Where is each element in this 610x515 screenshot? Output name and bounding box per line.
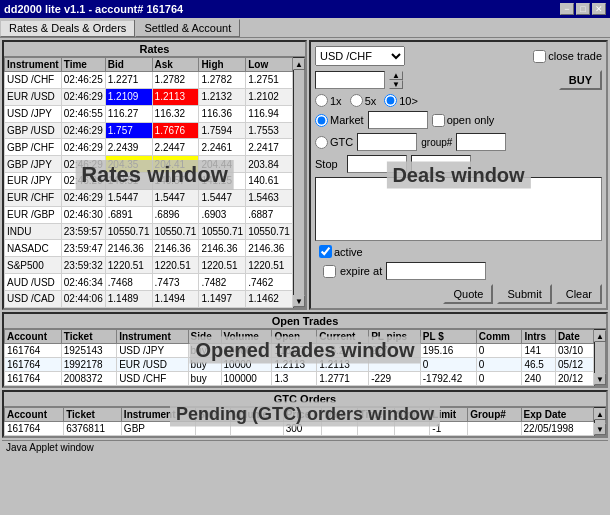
gtc-scroll-down[interactable]: ▼ — [594, 423, 606, 435]
gtc-col-date: Date — [322, 408, 357, 422]
mult-1x-label[interactable]: 1x — [315, 94, 342, 107]
trades-scroll-down[interactable]: ▼ — [594, 373, 606, 385]
active-check: active — [319, 245, 363, 258]
tab-settled[interactable]: Settled & Account — [135, 19, 240, 37]
col-instrument: Instrument — [5, 58, 62, 72]
gtc-scroll-up[interactable]: ▲ — [594, 408, 606, 420]
stop-input-2[interactable] — [411, 155, 471, 173]
trade-row[interactable]: 1617642008372USD /CHFbuy1000001.31.2771-… — [5, 372, 594, 386]
col-bid: Bid — [105, 58, 152, 72]
instrument-row: USD /CHF EUR /USD USD /JPY GBP /USD clos… — [315, 46, 602, 66]
trade-row[interactable]: 1617641992178EUR /USDbuy100001.21131.211… — [5, 358, 594, 372]
spin-down[interactable]: ▼ — [389, 80, 403, 89]
rates-row[interactable]: GBP /USD02:46:291.7571.76761.75941.7553 — [5, 122, 293, 139]
mult-10x-radio[interactable] — [384, 94, 397, 107]
ot-col-volume: Volume — [221, 330, 272, 344]
col-time: Time — [61, 58, 105, 72]
gtc-col-expdate: Exp Date — [521, 408, 593, 422]
deals-scrollarea — [315, 177, 602, 241]
multiplier-row: 1x 5x 10> — [315, 94, 602, 107]
clear-button[interactable]: Clear — [556, 284, 602, 304]
spin-up[interactable]: ▲ — [389, 71, 403, 80]
rates-row[interactable]: GBP /JPY02:46:29204.35204.41204.44203.84 — [5, 156, 293, 173]
expire-row: expire at — [319, 262, 602, 280]
gtc-col-stop: Stop — [394, 408, 430, 422]
stop-input-1[interactable] — [347, 155, 407, 173]
submit-button[interactable]: Submit — [497, 284, 551, 304]
gtc-col-limit: Limit — [430, 408, 468, 422]
ot-col-current: Current — [317, 330, 369, 344]
trade-row[interactable]: 1617641925143USD /JPYbuy10000116.27116.2… — [5, 344, 594, 358]
rates-row[interactable]: EUR /CHF02:46:291.54471.54471.54471.5463 — [5, 189, 293, 206]
scroll-up[interactable]: ▲ — [293, 58, 305, 70]
mult-1x-radio[interactable] — [315, 94, 328, 107]
expire-input[interactable] — [386, 262, 486, 280]
trades-scrollbar[interactable]: ▲ ▼ — [594, 329, 606, 386]
rates-row[interactable]: USD /JPY02:46:55116.27116.32116.36116.94 — [5, 105, 293, 122]
maximize-button[interactable]: □ — [576, 3, 590, 15]
open-only-check: open only — [432, 114, 495, 127]
limit-input[interactable]: 1.2775 — [357, 133, 417, 151]
close-trade-checkbox[interactable] — [533, 50, 546, 63]
rates-row[interactable]: AUD /USD02:46:34.7468.7473.7482.7462 — [5, 274, 293, 291]
stop-label: Stop — [315, 158, 343, 170]
amount-input[interactable]: 10000 — [315, 71, 385, 89]
rates-row[interactable]: S&P50023:59:321220.511220.511220.511220.… — [5, 257, 293, 274]
instrument-select[interactable]: USD /CHF EUR /USD USD /JPY GBP /USD — [315, 46, 405, 66]
close-button[interactable]: ✕ — [592, 3, 606, 15]
gtc-radio[interactable] — [315, 136, 328, 149]
minimize-button[interactable]: − — [560, 3, 574, 15]
scroll-down[interactable]: ▼ — [293, 295, 305, 307]
gtc-col-price: Price — [283, 408, 322, 422]
gtc-panel: GTC Orders Account Ticket Instrument Sid… — [2, 390, 608, 438]
rates-row[interactable]: INDU23:59:5710550.7110550.7110550.711055… — [5, 223, 293, 240]
group-input[interactable] — [456, 133, 506, 151]
mult-10x-label[interactable]: 10> — [384, 94, 418, 107]
quote-button[interactable]: Quote — [443, 284, 493, 304]
mult-5x-radio[interactable] — [350, 94, 363, 107]
ot-col-instrument: Instrument — [117, 330, 188, 344]
close-trade-check: close trade — [533, 50, 602, 63]
rates-scrollbar[interactable]: ▲ ▼ — [293, 57, 305, 308]
rates-table: Instrument Time Bid Ask High Low USD /CH… — [4, 57, 293, 308]
rates-row[interactable]: NASADC23:59:472146.362146.362146.362146.… — [5, 240, 293, 257]
ot-col-comm: Comm — [476, 330, 522, 344]
open-only-checkbox[interactable] — [432, 114, 445, 127]
tab-rates-deals[interactable]: Rates & Deals & Orders — [0, 19, 135, 37]
gtc-col-group: Group# — [468, 408, 521, 422]
title-bar: dd2000 lite v1.1 - account# 161764 − □ ✕ — [0, 0, 610, 18]
amount-row: 10000 ▲ ▼ BUY — [315, 70, 602, 90]
rates-row[interactable]: GBP /CHF02:46:292.24392.24472.24612.2417 — [5, 139, 293, 156]
amount-spinners: ▲ ▼ — [389, 71, 403, 89]
rates-row[interactable]: EUR /USD02:46:291.21091.21131.21321.2102 — [5, 88, 293, 105]
open-only-label: open only — [447, 114, 495, 126]
ot-col-side: Side — [188, 330, 221, 344]
gtc-radio-label[interactable]: GTC — [315, 136, 353, 149]
status-text: Java Applet window — [6, 442, 94, 453]
market-value-input[interactable]: 1.2776 — [368, 111, 428, 129]
trades-scroll-up[interactable]: ▲ — [594, 330, 606, 342]
col-ask: Ask — [152, 58, 199, 72]
market-radio[interactable] — [315, 114, 328, 127]
active-checkbox[interactable] — [319, 245, 332, 258]
rates-panel: Rates Instrument Time Bid Ask High Low — [2, 40, 307, 310]
market-radio-label[interactable]: Market — [315, 114, 364, 127]
rates-title: Rates — [4, 42, 305, 57]
buy-button[interactable]: BUY — [559, 70, 602, 90]
deals-panel: USD /CHF EUR /USD USD /JPY GBP /USD clos… — [309, 40, 608, 310]
gtc-row: GTC 1.2775 group# — [315, 133, 602, 151]
gtc-row[interactable]: 1617646376811GBP300-122/05/1998 — [5, 422, 594, 436]
app-title: dd2000 lite v1.1 - account# 161764 — [4, 3, 183, 15]
rates-row[interactable]: USD /CAD02:44:061.14891.14941.14971.1462 — [5, 290, 293, 307]
mult-5x-label[interactable]: 5x — [350, 94, 377, 107]
expire-checkbox[interactable] — [323, 265, 336, 278]
rates-row[interactable]: EUR /GBP02:46:30.6891.6896.6903.6887 — [5, 206, 293, 223]
ot-col-pld: PL $ — [420, 330, 476, 344]
gtc-scrollbar[interactable]: ▲ ▼ — [594, 407, 606, 436]
gtc-col-time: Time — [357, 408, 394, 422]
menu-bar: Rates & Deals & Orders Settled & Account — [0, 18, 610, 38]
rates-row[interactable]: EUR /JPY02:46:29140.51140.57141.15140.61 — [5, 173, 293, 190]
rates-row[interactable]: USD /CHF02:46:251.22711.27821.27821.2751 — [5, 72, 293, 89]
gtc-col-ticket: Ticket — [64, 408, 122, 422]
ot-col-plpips: PL pips — [369, 330, 421, 344]
